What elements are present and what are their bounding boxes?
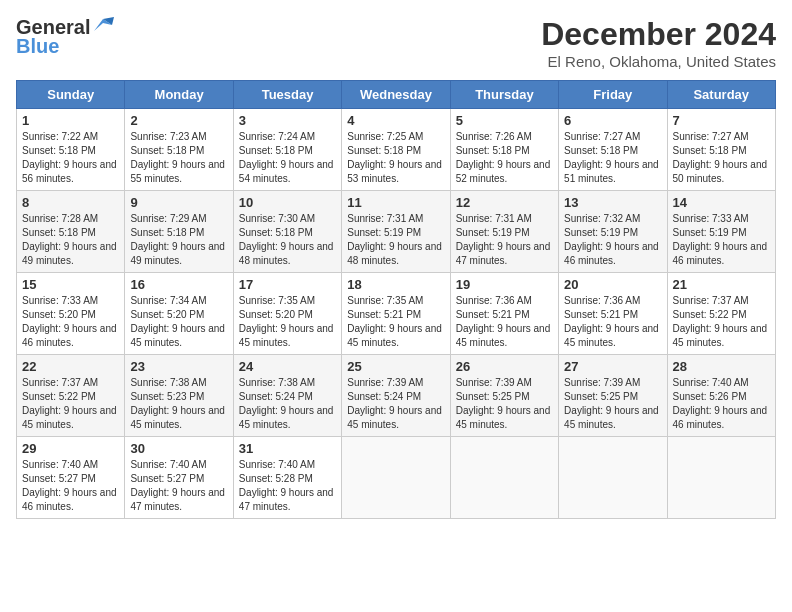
day-info: Sunrise: 7:31 AMSunset: 5:19 PMDaylight:… (456, 213, 551, 266)
calendar-cell: 25Sunrise: 7:39 AMSunset: 5:24 PMDayligh… (342, 355, 450, 437)
day-info: Sunrise: 7:31 AMSunset: 5:19 PMDaylight:… (347, 213, 442, 266)
calendar-cell: 26Sunrise: 7:39 AMSunset: 5:25 PMDayligh… (450, 355, 558, 437)
calendar-row: 15Sunrise: 7:33 AMSunset: 5:20 PMDayligh… (17, 273, 776, 355)
calendar-cell: 18Sunrise: 7:35 AMSunset: 5:21 PMDayligh… (342, 273, 450, 355)
calendar-cell: 19Sunrise: 7:36 AMSunset: 5:21 PMDayligh… (450, 273, 558, 355)
day-number: 14 (673, 195, 770, 210)
page-header: General Blue December 2024 El Reno, Okla… (16, 16, 776, 70)
header-thursday: Thursday (450, 81, 558, 109)
day-info: Sunrise: 7:27 AMSunset: 5:18 PMDaylight:… (564, 131, 659, 184)
calendar-row: 29Sunrise: 7:40 AMSunset: 5:27 PMDayligh… (17, 437, 776, 519)
calendar-cell: 22Sunrise: 7:37 AMSunset: 5:22 PMDayligh… (17, 355, 125, 437)
calendar-cell: 8Sunrise: 7:28 AMSunset: 5:18 PMDaylight… (17, 191, 125, 273)
day-number: 12 (456, 195, 553, 210)
calendar-cell: 11Sunrise: 7:31 AMSunset: 5:19 PMDayligh… (342, 191, 450, 273)
day-number: 3 (239, 113, 336, 128)
calendar-cell: 29Sunrise: 7:40 AMSunset: 5:27 PMDayligh… (17, 437, 125, 519)
calendar-cell: 6Sunrise: 7:27 AMSunset: 5:18 PMDaylight… (559, 109, 667, 191)
day-info: Sunrise: 7:35 AMSunset: 5:21 PMDaylight:… (347, 295, 442, 348)
day-info: Sunrise: 7:40 AMSunset: 5:27 PMDaylight:… (130, 459, 225, 512)
day-info: Sunrise: 7:40 AMSunset: 5:28 PMDaylight:… (239, 459, 334, 512)
day-number: 28 (673, 359, 770, 374)
calendar-header-row: Sunday Monday Tuesday Wednesday Thursday… (17, 81, 776, 109)
day-info: Sunrise: 7:22 AMSunset: 5:18 PMDaylight:… (22, 131, 117, 184)
calendar-cell (667, 437, 775, 519)
day-number: 1 (22, 113, 119, 128)
day-info: Sunrise: 7:23 AMSunset: 5:18 PMDaylight:… (130, 131, 225, 184)
calendar-cell (342, 437, 450, 519)
day-info: Sunrise: 7:33 AMSunset: 5:20 PMDaylight:… (22, 295, 117, 348)
calendar-row: 22Sunrise: 7:37 AMSunset: 5:22 PMDayligh… (17, 355, 776, 437)
day-number: 19 (456, 277, 553, 292)
day-info: Sunrise: 7:40 AMSunset: 5:26 PMDaylight:… (673, 377, 768, 430)
logo: General Blue (16, 16, 114, 58)
day-number: 20 (564, 277, 661, 292)
calendar-cell: 28Sunrise: 7:40 AMSunset: 5:26 PMDayligh… (667, 355, 775, 437)
day-info: Sunrise: 7:36 AMSunset: 5:21 PMDaylight:… (564, 295, 659, 348)
day-number: 7 (673, 113, 770, 128)
day-number: 9 (130, 195, 227, 210)
day-number: 10 (239, 195, 336, 210)
calendar-cell (450, 437, 558, 519)
title-area: December 2024 El Reno, Oklahoma, United … (541, 16, 776, 70)
day-number: 8 (22, 195, 119, 210)
header-sunday: Sunday (17, 81, 125, 109)
logo-blue: Blue (16, 35, 59, 58)
day-number: 6 (564, 113, 661, 128)
day-number: 15 (22, 277, 119, 292)
calendar-cell: 31Sunrise: 7:40 AMSunset: 5:28 PMDayligh… (233, 437, 341, 519)
day-number: 2 (130, 113, 227, 128)
day-info: Sunrise: 7:37 AMSunset: 5:22 PMDaylight:… (673, 295, 768, 348)
day-info: Sunrise: 7:28 AMSunset: 5:18 PMDaylight:… (22, 213, 117, 266)
header-wednesday: Wednesday (342, 81, 450, 109)
day-info: Sunrise: 7:27 AMSunset: 5:18 PMDaylight:… (673, 131, 768, 184)
header-friday: Friday (559, 81, 667, 109)
calendar-cell: 4Sunrise: 7:25 AMSunset: 5:18 PMDaylight… (342, 109, 450, 191)
month-title: December 2024 (541, 16, 776, 53)
logo-bird-icon (92, 17, 114, 35)
calendar-cell: 7Sunrise: 7:27 AMSunset: 5:18 PMDaylight… (667, 109, 775, 191)
calendar-cell: 24Sunrise: 7:38 AMSunset: 5:24 PMDayligh… (233, 355, 341, 437)
day-info: Sunrise: 7:39 AMSunset: 5:25 PMDaylight:… (564, 377, 659, 430)
day-number: 24 (239, 359, 336, 374)
calendar-cell (559, 437, 667, 519)
day-number: 17 (239, 277, 336, 292)
calendar-cell: 15Sunrise: 7:33 AMSunset: 5:20 PMDayligh… (17, 273, 125, 355)
day-number: 30 (130, 441, 227, 456)
day-info: Sunrise: 7:25 AMSunset: 5:18 PMDaylight:… (347, 131, 442, 184)
day-number: 5 (456, 113, 553, 128)
day-info: Sunrise: 7:29 AMSunset: 5:18 PMDaylight:… (130, 213, 225, 266)
calendar-row: 1Sunrise: 7:22 AMSunset: 5:18 PMDaylight… (17, 109, 776, 191)
day-info: Sunrise: 7:34 AMSunset: 5:20 PMDaylight:… (130, 295, 225, 348)
day-number: 27 (564, 359, 661, 374)
day-info: Sunrise: 7:32 AMSunset: 5:19 PMDaylight:… (564, 213, 659, 266)
calendar-cell: 23Sunrise: 7:38 AMSunset: 5:23 PMDayligh… (125, 355, 233, 437)
calendar-cell: 12Sunrise: 7:31 AMSunset: 5:19 PMDayligh… (450, 191, 558, 273)
calendar-cell: 14Sunrise: 7:33 AMSunset: 5:19 PMDayligh… (667, 191, 775, 273)
day-number: 21 (673, 277, 770, 292)
day-info: Sunrise: 7:39 AMSunset: 5:24 PMDaylight:… (347, 377, 442, 430)
calendar-cell: 16Sunrise: 7:34 AMSunset: 5:20 PMDayligh… (125, 273, 233, 355)
calendar-cell: 13Sunrise: 7:32 AMSunset: 5:19 PMDayligh… (559, 191, 667, 273)
calendar-cell: 17Sunrise: 7:35 AMSunset: 5:20 PMDayligh… (233, 273, 341, 355)
day-info: Sunrise: 7:40 AMSunset: 5:27 PMDaylight:… (22, 459, 117, 512)
day-number: 4 (347, 113, 444, 128)
calendar-cell: 9Sunrise: 7:29 AMSunset: 5:18 PMDaylight… (125, 191, 233, 273)
day-number: 29 (22, 441, 119, 456)
day-info: Sunrise: 7:24 AMSunset: 5:18 PMDaylight:… (239, 131, 334, 184)
day-info: Sunrise: 7:38 AMSunset: 5:24 PMDaylight:… (239, 377, 334, 430)
calendar-cell: 10Sunrise: 7:30 AMSunset: 5:18 PMDayligh… (233, 191, 341, 273)
calendar-cell: 5Sunrise: 7:26 AMSunset: 5:18 PMDaylight… (450, 109, 558, 191)
day-info: Sunrise: 7:33 AMSunset: 5:19 PMDaylight:… (673, 213, 768, 266)
day-info: Sunrise: 7:30 AMSunset: 5:18 PMDaylight:… (239, 213, 334, 266)
calendar-cell: 2Sunrise: 7:23 AMSunset: 5:18 PMDaylight… (125, 109, 233, 191)
day-number: 22 (22, 359, 119, 374)
day-info: Sunrise: 7:39 AMSunset: 5:25 PMDaylight:… (456, 377, 551, 430)
location: El Reno, Oklahoma, United States (541, 53, 776, 70)
day-number: 23 (130, 359, 227, 374)
calendar-row: 8Sunrise: 7:28 AMSunset: 5:18 PMDaylight… (17, 191, 776, 273)
day-number: 18 (347, 277, 444, 292)
day-info: Sunrise: 7:38 AMSunset: 5:23 PMDaylight:… (130, 377, 225, 430)
header-saturday: Saturday (667, 81, 775, 109)
calendar-cell: 21Sunrise: 7:37 AMSunset: 5:22 PMDayligh… (667, 273, 775, 355)
